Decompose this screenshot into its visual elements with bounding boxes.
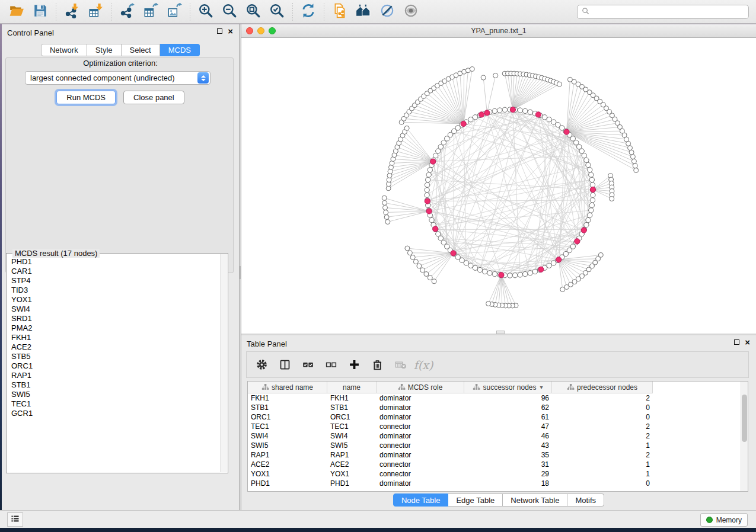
mcds-result-item[interactable]: CAR1: [11, 267, 219, 276]
table-row[interactable]: YOX1YOX1connector291: [248, 469, 748, 479]
mcds-result-item[interactable]: YOX1: [11, 295, 219, 305]
tab-edge-table[interactable]: Edge Table: [448, 493, 503, 507]
table-panel-title: Table Panel: [247, 339, 287, 348]
mcds-result-item[interactable]: STB5: [11, 352, 219, 361]
control-panel-title: Control Panel: [7, 28, 54, 37]
column-header-name[interactable]: name: [327, 382, 377, 393]
table-cell: 62: [464, 403, 552, 412]
hierarchy-icon: [567, 383, 575, 391]
table-row[interactable]: ACE2ACE2connector311: [248, 460, 748, 469]
tab-style[interactable]: Style: [87, 44, 122, 56]
zoom-in-button[interactable]: [194, 2, 218, 22]
table-panel-header: Table Panel ×: [241, 335, 756, 351]
mcds-result-item[interactable]: TID3: [11, 286, 219, 295]
show-graphics-details-button[interactable]: [399, 2, 423, 22]
float-window-icon[interactable]: [734, 339, 739, 345]
column-header-shared-name[interactable]: shared name: [248, 382, 327, 393]
tab-network-table[interactable]: Network Table: [503, 493, 567, 507]
network-canvas[interactable]: [241, 38, 756, 334]
table-row[interactable]: STB1STB1dominator620: [248, 403, 748, 412]
toolbar-buttons: [5, 2, 423, 22]
hide-graphics-details-button[interactable]: [375, 2, 399, 22]
table-row[interactable]: SWI5SWI5connector431: [248, 441, 748, 450]
table-row[interactable]: TEC1TEC1connector472: [248, 422, 748, 431]
memory-status-icon: [706, 517, 713, 523]
table-cell: RAP1: [248, 450, 327, 460]
export-table-button[interactable]: [139, 2, 162, 22]
table-cell: 29: [464, 469, 552, 479]
mcds-result-item[interactable]: STP4: [11, 276, 219, 286]
table-scrollbar[interactable]: [741, 382, 748, 491]
deselect-all-button[interactable]: [324, 358, 337, 371]
search-input[interactable]: [592, 8, 745, 16]
mcds-result-item[interactable]: SWI4: [11, 305, 219, 314]
table-cell: SWI4: [327, 431, 377, 441]
column-header-successor-nodes[interactable]: successor nodes▾: [464, 382, 552, 393]
tab-node-table[interactable]: Node Table: [393, 493, 449, 507]
show-all-networks-button[interactable]: [352, 2, 375, 22]
table-row[interactable]: FKH1FKH1dominator962: [248, 393, 748, 403]
delete-columns-button[interactable]: [371, 358, 384, 371]
column-label: predecessor nodes: [577, 383, 637, 392]
table-row[interactable]: PHD1PHD1dominator180: [248, 479, 748, 488]
close-icon[interactable]: ×: [745, 339, 750, 345]
table-toolbar: f(x): [246, 351, 749, 378]
mcds-result-item[interactable]: FKH1: [11, 333, 219, 342]
tab-motifs[interactable]: Motifs: [567, 493, 604, 507]
close-icon[interactable]: ×: [228, 28, 233, 34]
mcds-result-item[interactable]: GCR1: [11, 409, 219, 418]
network-window-titlebar[interactable]: YPA_prune.txt_1: [241, 24, 756, 38]
memory-button[interactable]: Memory: [700, 513, 748, 527]
zoom-fit-button[interactable]: [241, 2, 265, 22]
import-table-button[interactable]: [84, 2, 107, 22]
export-image-button[interactable]: [162, 2, 186, 22]
import-network-button[interactable]: [60, 2, 84, 22]
table-cell: 2: [552, 422, 653, 431]
save-session-button[interactable]: [28, 2, 52, 22]
export-network-icon: [119, 3, 135, 20]
table-cell: 96: [464, 393, 552, 403]
mcds-result-item[interactable]: PHD1: [11, 257, 219, 267]
show-columns-button[interactable]: [278, 358, 291, 371]
run-mcds-button[interactable]: Run MCDS: [56, 91, 116, 104]
tab-mcds[interactable]: MCDS: [160, 44, 200, 56]
apply-layout-button[interactable]: [296, 2, 320, 22]
optimization-criterion-label: Optimization criterion:: [2, 59, 239, 68]
show-panels-button[interactable]: [7, 512, 23, 527]
mcds-result-item[interactable]: STB1: [11, 380, 219, 390]
table-row[interactable]: RAP1RAP1dominator352: [248, 450, 748, 460]
mcds-result-item[interactable]: TEC1: [11, 399, 219, 409]
mcds-result-scrollbar[interactable]: [220, 254, 227, 472]
network-graph[interactable]: [241, 38, 756, 334]
mcds-result-title: MCDS result (17 nodes): [12, 249, 100, 258]
network-window: YPA_prune.txt_1: [241, 24, 756, 334]
zoom-out-button[interactable]: [218, 2, 241, 22]
table-cell: 31: [464, 460, 552, 469]
tab-network[interactable]: Network: [41, 44, 87, 56]
mcds-result-item[interactable]: PMA2: [11, 323, 219, 333]
table-row[interactable]: SWI4SWI4dominator462: [248, 431, 748, 441]
open-file-button[interactable]: [5, 2, 28, 22]
table-cell: SWI5: [327, 441, 377, 450]
tab-select[interactable]: Select: [122, 44, 160, 56]
select-all-button[interactable]: [301, 358, 314, 371]
criterion-select[interactable]: largest connected component (undirected): [25, 71, 210, 85]
mcds-result-item[interactable]: ACE2: [11, 342, 219, 352]
column-header-MCDS-role[interactable]: MCDS role: [377, 382, 464, 393]
network-overview-button[interactable]: [328, 2, 352, 22]
table-settings-button[interactable]: [255, 358, 268, 371]
float-window-icon[interactable]: [217, 28, 222, 34]
mcds-result-item[interactable]: ORC1: [11, 361, 219, 371]
mcds-result-item[interactable]: SRD1: [11, 314, 219, 323]
export-network-button[interactable]: [115, 2, 139, 22]
export-table-icon: [143, 3, 158, 20]
table-cell: FKH1: [327, 393, 377, 403]
close-panel-button[interactable]: Close panel: [123, 91, 184, 104]
table-scrollbar-thumb[interactable]: [742, 395, 747, 442]
mcds-result-item[interactable]: RAP1: [11, 371, 219, 380]
mcds-result-item[interactable]: SWI5: [11, 390, 219, 399]
column-header-predecessor-nodes[interactable]: predecessor nodes: [552, 382, 653, 393]
table-row[interactable]: ORC1ORC1dominator610: [248, 412, 748, 422]
create-column-button[interactable]: [347, 358, 361, 371]
zoom-selected-button[interactable]: [265, 2, 289, 22]
